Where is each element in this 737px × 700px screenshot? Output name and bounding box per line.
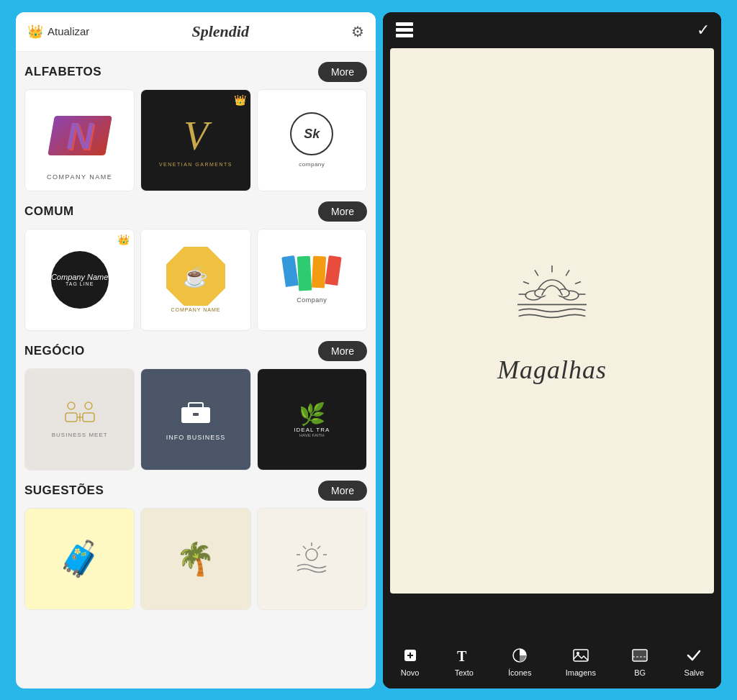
- text-icon: T: [454, 645, 474, 665]
- svg-rect-3: [83, 413, 94, 422]
- svg-line-22: [523, 281, 529, 283]
- svg-line-13: [317, 546, 320, 549]
- svg-rect-8: [193, 413, 199, 416]
- svg-text:T: T: [457, 648, 467, 664]
- briefcase-svg: [178, 397, 213, 424]
- toolbar-item-imagens[interactable]: Imagens: [566, 645, 596, 677]
- check-top-icon[interactable]: ✓: [697, 21, 710, 40]
- section-sugestoes-header: SUGESTÕES More: [24, 471, 367, 508]
- sk-text: Sk: [304, 127, 320, 142]
- svg-line-21: [535, 270, 538, 276]
- ideal-sub: HAVE FAITH: [299, 433, 325, 437]
- n-company-name: COMPANY NAME: [47, 173, 112, 181]
- bottom-toolbar: Novo T Texto: [383, 637, 721, 688]
- colorful-company: Company: [297, 296, 327, 304]
- bg-icon: [630, 645, 650, 665]
- wave-sun-mini: [290, 539, 333, 578]
- circle-ring: Company Name TAG LINE: [51, 251, 109, 309]
- logo-card-infobiz[interactable]: INFO BUSINESS: [140, 368, 250, 471]
- circle-company: Company Name: [51, 273, 108, 281]
- svg-rect-2: [65, 413, 77, 422]
- sk-company: company: [299, 161, 325, 168]
- logo-card-luggage[interactable]: 🧳: [24, 508, 135, 610]
- logo-card-coffee[interactable]: ☕ COMPANY NAME: [140, 229, 250, 331]
- sugestoes-grid: 🧳 🌴: [24, 508, 367, 610]
- image-icon: [571, 645, 591, 665]
- logo-card-circle[interactable]: Company Name TAG LINE: [24, 229, 135, 331]
- svg-rect-15: [396, 22, 413, 26]
- alfabetos-grid: N COMPANY NAME V VENETIAN GARMENTS: [24, 89, 367, 191]
- v-letter: V: [184, 113, 208, 159]
- scroll-area: ALFABETOS More N COMPANY NAME: [16, 52, 376, 688]
- pie-svg: [511, 647, 528, 664]
- colorful-books: [284, 256, 340, 291]
- more-button-negocio[interactable]: More: [318, 341, 367, 361]
- logo-card-bizmet[interactable]: BUSINESS MEET: [24, 368, 135, 471]
- app-logo: Splendid: [191, 22, 248, 41]
- section-title-negocio: NEGÓCIO: [24, 344, 85, 358]
- toolbar-item-texto[interactable]: T Texto: [454, 645, 474, 677]
- section-title-sugestoes: SUGESTÕES: [24, 483, 104, 498]
- more-button-sugestoes[interactable]: More: [318, 481, 367, 501]
- logo-card-sk[interactable]: Sk company: [257, 89, 367, 191]
- toolbar-item-novo[interactable]: Novo: [400, 645, 420, 677]
- svg-rect-17: [396, 34, 413, 37]
- brand-name: Magalhas: [497, 355, 607, 385]
- toolbar-item-salve[interactable]: Salve: [684, 645, 704, 677]
- more-button-comum[interactable]: More: [318, 201, 367, 222]
- logo-card-palm[interactable]: 🌴: [140, 508, 250, 610]
- section-title-alfabetos: ALFABETOS: [24, 65, 101, 79]
- coffee-octagon: ☕: [166, 247, 225, 306]
- svg-line-19: [566, 270, 569, 276]
- save-check-icon: [684, 645, 704, 665]
- logo-card-v[interactable]: V VENETIAN GARMENTS: [140, 89, 250, 191]
- comum-grid: Company Name TAG LINE ☕ COMPANY NAME: [24, 229, 367, 331]
- logo-card-colorful[interactable]: Company: [257, 229, 367, 331]
- info-briefcase-icon: [178, 397, 213, 431]
- app-header: 👑 Atualizar Splendid ⚙: [16, 12, 376, 52]
- luggage-icon: 🧳: [58, 539, 101, 579]
- settings-icon[interactable]: ⚙: [351, 23, 364, 40]
- info-label: INFO BUSINESS: [166, 434, 226, 441]
- biz-people-svg: [63, 400, 97, 429]
- imagens-label: Imagens: [566, 668, 596, 677]
- pie-icon: [510, 645, 530, 665]
- svg-point-0: [68, 402, 75, 409]
- bottom-dark-area: [383, 594, 721, 637]
- palm-icon: 🌴: [176, 540, 215, 578]
- crown-icon: 👑: [27, 24, 43, 40]
- biz-icons: [63, 400, 97, 429]
- section-alfabetos-header: ALFABETOS More: [24, 52, 367, 89]
- ideal-text: IDEAL TRA: [294, 427, 330, 433]
- layers-svg: [394, 22, 415, 38]
- logo-card-n[interactable]: N COMPANY NAME: [24, 89, 135, 191]
- section-title-comum: COMUM: [24, 204, 74, 219]
- salve-label: Salve: [684, 668, 705, 677]
- icones-label: Ícones: [508, 668, 531, 677]
- toolbar-item-icones[interactable]: Ícones: [508, 645, 531, 677]
- left-panel: 👑 Atualizar Splendid ⚙ ALFABETOS More: [16, 12, 376, 688]
- update-button[interactable]: 👑 Atualizar: [27, 24, 89, 40]
- logo-card-ideal[interactable]: 🌿 IDEAL TRA HAVE FAITH: [257, 368, 367, 471]
- section-negocio-header: NEGÓCIO More: [24, 331, 367, 368]
- layers-icon[interactable]: [394, 22, 415, 38]
- logo-card-wave[interactable]: [257, 508, 367, 610]
- coffee-company: COMPANY NAME: [171, 307, 221, 312]
- toolbar-item-bg[interactable]: BG: [630, 645, 650, 677]
- svg-rect-35: [574, 650, 588, 661]
- svg-point-9: [306, 549, 317, 560]
- update-label: Atualizar: [48, 25, 89, 37]
- svg-rect-38: [633, 650, 647, 661]
- ideal-leaf-icon: 🌿: [299, 401, 325, 427]
- plus-icon: [400, 645, 420, 665]
- biz-label: BUSINESS MEET: [52, 432, 108, 438]
- sk-circle: Sk: [290, 112, 333, 155]
- plus-svg: [402, 647, 419, 664]
- image-svg: [572, 647, 589, 664]
- section-comum-header: COMUM More: [24, 191, 367, 229]
- more-button-alfabetos[interactable]: More: [318, 62, 367, 82]
- text-svg: T: [456, 647, 473, 664]
- coffee-cup-icon: ☕: [183, 265, 208, 288]
- svg-line-20: [575, 281, 581, 283]
- canvas-area[interactable]: Magalhas: [390, 48, 714, 594]
